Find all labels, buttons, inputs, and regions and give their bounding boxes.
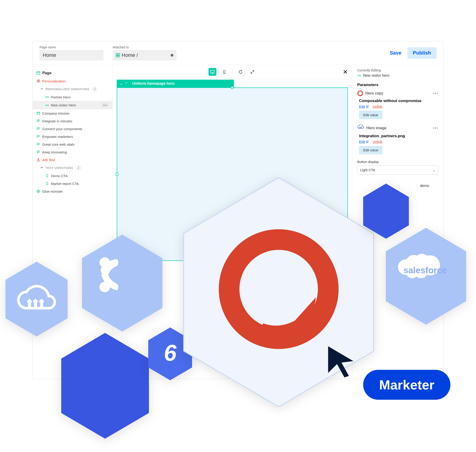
resize-handle-top[interactable] bbox=[231, 86, 234, 89]
cursor-icon bbox=[327, 345, 356, 380]
tree-ab-test[interactable]: A/B Test bbox=[33, 156, 112, 164]
edit-value-button[interactable]: Edit value bbox=[359, 111, 382, 119]
svg-rect-0 bbox=[116, 53, 118, 55]
svg-point-5 bbox=[37, 80, 40, 82]
svg-rect-10 bbox=[46, 175, 48, 177]
publish-button[interactable]: Publish bbox=[408, 47, 436, 59]
signal-icon bbox=[45, 103, 49, 107]
svg-marker-24 bbox=[61, 333, 149, 439]
svg-point-12 bbox=[37, 190, 40, 193]
chevron-down-icon bbox=[40, 166, 44, 169]
flag-icon bbox=[36, 150, 40, 154]
toolbar-divider bbox=[232, 69, 233, 75]
svg-rect-1 bbox=[118, 53, 120, 55]
chevron-down-icon bbox=[40, 87, 44, 91]
more-icon[interactable]: ••• bbox=[102, 103, 109, 107]
svg-point-8 bbox=[47, 105, 47, 106]
tree-empower[interactable]: Empower marketers bbox=[33, 133, 112, 140]
page-name-field: Page name Home bbox=[40, 46, 103, 60]
chevron-down-icon: ⌄ bbox=[432, 168, 435, 172]
svg-rect-4 bbox=[37, 72, 40, 75]
expand-button[interactable] bbox=[248, 68, 256, 76]
svg-marker-30 bbox=[386, 228, 466, 325]
svg-rect-11 bbox=[46, 182, 48, 185]
mobile-view-button[interactable] bbox=[221, 68, 228, 76]
chevron-up-icon[interactable]: ⌃ bbox=[125, 82, 128, 85]
svg-point-17 bbox=[224, 73, 224, 73]
parameters-heading: Parameters bbox=[357, 83, 438, 87]
edit-value-button[interactable]: Edit value bbox=[359, 146, 382, 154]
hero-copy-title: Composable without compromise bbox=[357, 99, 438, 103]
tree-innovating[interactable]: Keep innovating bbox=[33, 148, 112, 156]
tree-new-visitor-hero[interactable]: New visitor Hero ••• bbox=[33, 101, 112, 109]
flag-icon bbox=[36, 119, 40, 123]
svg-marker-21 bbox=[82, 235, 162, 332]
svg-rect-15 bbox=[211, 70, 214, 73]
more-icon[interactable]: ••• bbox=[433, 91, 438, 96]
salesforce-hex-icon: salesforce bbox=[382, 226, 470, 326]
flag-icon bbox=[36, 142, 40, 146]
svg-point-13 bbox=[38, 191, 38, 191]
tree-market-cta[interactable]: Market report CTA bbox=[33, 180, 112, 187]
svg-point-14 bbox=[39, 191, 39, 191]
svg-rect-2 bbox=[116, 55, 118, 57]
grid-icon bbox=[116, 53, 120, 57]
tree-vitals[interactable]: Great core web vitals bbox=[33, 140, 112, 148]
resize-handle-left[interactable] bbox=[116, 173, 118, 176]
button-display-select[interactable]: Light CTA ⌄ bbox=[357, 166, 438, 175]
tree-connect[interactable]: Connect your components bbox=[33, 125, 112, 133]
attached-to-input[interactable]: Home / bbox=[113, 50, 177, 60]
attached-to-label: Attached to bbox=[113, 46, 177, 49]
svg-marker-20 bbox=[6, 262, 68, 337]
svg-point-18 bbox=[359, 75, 360, 76]
page-name-input[interactable]: Home bbox=[40, 50, 103, 60]
blue-hex-icon bbox=[57, 331, 153, 441]
cloudinary-hex-icon bbox=[2, 260, 71, 338]
marketer-badge: Marketer bbox=[363, 370, 450, 400]
target-icon bbox=[36, 79, 40, 83]
tree-partner-hero[interactable]: Partner Hero bbox=[33, 93, 112, 101]
tree-company-mission[interactable]: Company mission bbox=[33, 109, 112, 117]
svg-point-7 bbox=[47, 97, 47, 98]
unlink-link[interactable]: Unlink bbox=[373, 105, 382, 108]
tree-integrate[interactable]: Integrate in minutes bbox=[33, 117, 112, 125]
tree-demo-cta[interactable]: Demo CTA bbox=[33, 172, 112, 180]
page-icon bbox=[36, 71, 40, 75]
tree-page[interactable]: Page bbox=[33, 69, 112, 77]
svg-point-19 bbox=[358, 91, 363, 96]
refresh-button[interactable] bbox=[237, 68, 244, 76]
cloudinary-icon bbox=[357, 125, 364, 132]
svg-rect-9 bbox=[37, 112, 40, 114]
currently-editing-value: New visitor hero bbox=[357, 73, 438, 78]
svg-point-6 bbox=[38, 80, 39, 82]
signal-icon bbox=[357, 73, 361, 78]
block-header: ⌄ ⌃ Uniform homepage hero bbox=[117, 80, 234, 87]
contentful-hex-icon bbox=[78, 233, 167, 333]
button-display-label: Button display bbox=[357, 160, 438, 164]
chevron-down-icon[interactable]: ⌄ bbox=[120, 82, 123, 85]
doc-icon bbox=[45, 174, 49, 178]
param-hero-image: Hero image ••• Integration_partners.png … bbox=[357, 125, 438, 154]
close-button[interactable]: ✕ bbox=[343, 68, 348, 76]
top-bar: Page name Home Attached to Home / Save P… bbox=[33, 41, 443, 65]
attached-to-field: Attached to Home / bbox=[113, 46, 177, 60]
page-name-label: Page name bbox=[40, 46, 103, 49]
flask-icon bbox=[36, 158, 40, 162]
svg-text:salesforce: salesforce bbox=[404, 265, 447, 275]
tv-count-badge: 2 bbox=[76, 166, 81, 170]
desktop-view-button[interactable] bbox=[208, 68, 216, 76]
sitecore-icon bbox=[357, 90, 363, 96]
more-icon[interactable]: ••• bbox=[433, 126, 438, 130]
unlink-link[interactable]: Unlink bbox=[373, 140, 382, 144]
hero-image-file: Integration_partners.png bbox=[357, 134, 438, 138]
tree-personalization[interactable]: Personalization bbox=[33, 77, 112, 85]
tree-pv-heading[interactable]: PERSONALIZED VARIATIONS 2 bbox=[33, 85, 112, 93]
tree-tv-heading[interactable]: TEST VARIATIONS 2 bbox=[33, 164, 112, 172]
signal-icon bbox=[45, 95, 49, 99]
edit-link[interactable]: Edit bbox=[359, 140, 369, 144]
flag-icon bbox=[36, 134, 40, 139]
edit-link[interactable]: Edit bbox=[359, 105, 369, 108]
tree-glue-monster[interactable]: Glue monster bbox=[33, 187, 112, 195]
save-button[interactable]: Save bbox=[387, 48, 404, 58]
smile-icon bbox=[36, 189, 40, 193]
